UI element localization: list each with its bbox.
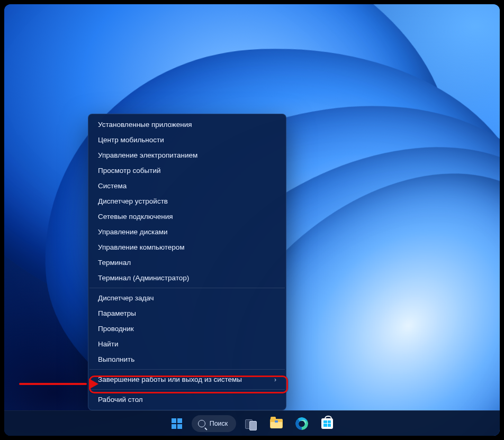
menu-item[interactable]: Установленные приложения xyxy=(88,117,286,132)
taskbar: Поиск xyxy=(4,410,500,436)
chevron-right-icon: › xyxy=(274,377,276,383)
menu-item[interactable]: Управление электропитанием xyxy=(88,148,286,163)
menu-item-label: Терминал xyxy=(98,259,131,267)
menu-item[interactable]: Терминал xyxy=(88,255,286,270)
menu-item-label: Проводник xyxy=(98,325,134,333)
menu-item[interactable]: Завершение работы или выход из системы› xyxy=(88,372,286,387)
desktop: Установленные приложенияЦентр мобильност… xyxy=(4,4,500,436)
menu-item-label: Система xyxy=(98,182,127,190)
menu-item-label: Выполнить xyxy=(98,355,134,363)
menu-item[interactable]: Сетевые подключения xyxy=(88,209,286,224)
edge-taskbar[interactable] xyxy=(291,413,312,434)
file-explorer-icon xyxy=(270,419,283,428)
store-icon xyxy=(321,418,333,429)
menu-item-label: Завершение работы или выход из системы xyxy=(98,375,242,383)
menu-item-label: Просмотр событий xyxy=(98,167,161,175)
search-button[interactable]: Поиск xyxy=(192,415,237,432)
menu-separator xyxy=(89,369,285,370)
menu-item[interactable]: Система xyxy=(88,178,286,194)
menu-item[interactable]: Управление компьютером xyxy=(88,240,286,255)
menu-item[interactable]: Управление дисками xyxy=(88,224,286,240)
start-button[interactable] xyxy=(166,413,187,434)
menu-item[interactable]: Диспетчер задач xyxy=(88,290,286,306)
menu-item-label: Управление электропитанием xyxy=(98,151,197,159)
menu-item[interactable]: Выполнить xyxy=(88,352,286,367)
svg-rect-3 xyxy=(177,424,182,429)
menu-item-label: Диспетчер задач xyxy=(98,294,154,302)
task-view-icon xyxy=(245,419,257,428)
menu-item-label: Рабочий стол xyxy=(98,396,143,404)
windows-logo-icon xyxy=(170,417,183,430)
menu-separator xyxy=(89,389,285,390)
menu-item-label: Терминал (Администратор) xyxy=(98,274,189,282)
menu-item[interactable]: Просмотр событий xyxy=(88,163,286,178)
menu-item[interactable]: Центр мобильности xyxy=(88,132,286,148)
menu-item[interactable]: Параметры xyxy=(88,306,286,321)
svg-rect-1 xyxy=(177,418,182,423)
menu-item-label: Центр мобильности xyxy=(98,136,164,144)
file-explorer-taskbar[interactable] xyxy=(266,413,287,434)
power-user-menu: Установленные приложенияЦентр мобильност… xyxy=(88,114,286,410)
menu-item-label: Управление компьютером xyxy=(98,243,185,251)
search-icon xyxy=(198,420,205,427)
menu-item[interactable]: Диспетчер устройств xyxy=(88,194,286,209)
menu-item[interactable]: Найти xyxy=(88,336,286,352)
menu-item[interactable]: Проводник xyxy=(88,321,286,336)
menu-item[interactable]: Терминал (Администратор) xyxy=(88,270,286,286)
microsoft-store-taskbar[interactable] xyxy=(317,413,338,434)
edge-icon xyxy=(295,417,308,430)
search-label: Поиск xyxy=(210,420,228,427)
menu-item-label: Установленные приложения xyxy=(98,121,192,129)
task-view-button[interactable] xyxy=(240,413,262,434)
menu-item[interactable]: Рабочий стол xyxy=(88,392,286,407)
menu-item-label: Управление дисками xyxy=(98,228,168,236)
menu-separator xyxy=(89,288,285,288)
menu-item-label: Найти xyxy=(98,340,119,348)
menu-item-label: Диспетчер устройств xyxy=(98,197,168,205)
svg-rect-2 xyxy=(172,424,176,429)
menu-item-label: Параметры xyxy=(98,309,136,317)
menu-item-label: Сетевые подключения xyxy=(98,213,173,221)
svg-rect-0 xyxy=(172,418,176,423)
